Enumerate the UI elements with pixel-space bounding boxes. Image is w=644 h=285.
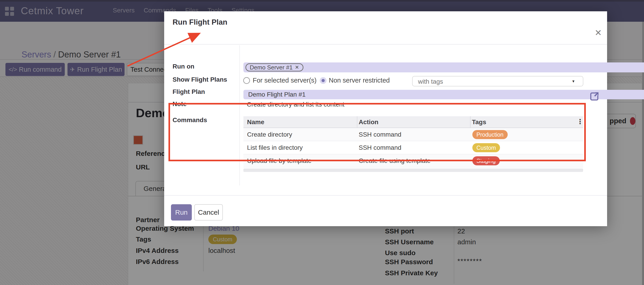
flight-plan-field[interactable]: Demo Flight Plan #1 ▼ [244,90,644,99]
cancel-button[interactable]: Cancel [194,204,223,221]
close-icon[interactable]: ✕ [592,27,604,38]
radio-non-server-restricted[interactable] [320,77,326,84]
chevron-down-icon[interactable]: ▼ [572,79,575,83]
screenshot-root: Cetmix Tower Servers Commands Files Tool… [0,0,644,285]
modal-title: Run Flight Plan [172,11,227,33]
run-on-server-tag: Demo Server #1 ✕ [246,63,304,71]
annotation-red-rectangle [168,103,586,161]
with-tags-placeholder: with tags [418,78,443,85]
radio-non-server-restricted-label[interactable]: Non server restricted [329,77,390,84]
table-horizontal-scrollbar[interactable] [244,169,583,172]
show-flight-plans-label: Show Flight Plans [172,76,227,83]
external-link-icon[interactable] [589,91,600,102]
flight-plan-label: Flight Plan [172,88,205,95]
radio-for-selected-servers[interactable] [243,77,250,84]
radio-for-selected-servers-label[interactable]: For selected server(s) [253,77,316,84]
modal-header-divider [164,44,607,44]
remove-tag-icon[interactable]: ✕ [295,64,299,70]
run-button[interactable]: Run [171,204,192,221]
with-tags-select[interactable]: with tags ▼ [412,76,583,86]
modal-footer-divider [164,195,607,196]
run-on-field[interactable]: Demo Server #1 ✕ ▼ [244,62,644,72]
run-on-label: Run on [172,63,194,70]
